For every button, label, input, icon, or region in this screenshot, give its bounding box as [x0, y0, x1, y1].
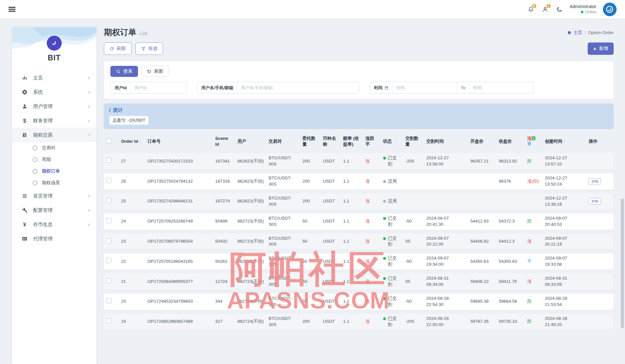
- status-dot-green: [383, 317, 386, 320]
- sidebar-item-label: 用户管理: [33, 103, 53, 110]
- sort-arrow-icon[interactable]: ↑: [563, 139, 566, 144]
- cell-side: 涨: [363, 193, 381, 210]
- row-checkbox[interactable]: [106, 278, 111, 283]
- sidebar-item-首页管理[interactable]: 首页管理‹: [12, 189, 96, 203]
- sidebar-item-主页[interactable]: 主页‹: [12, 71, 96, 85]
- cell-amount: 200: [300, 193, 321, 210]
- cell-settle_amount: -200: [403, 153, 424, 169]
- cell-order_id: 26: [119, 173, 145, 189]
- table-row: 22OP172570518804316550261862723(不控)BTC/U…: [104, 253, 614, 270]
- cell-user: 862724(不控): [235, 294, 266, 310]
- row-checkbox[interactable]: [106, 218, 111, 223]
- refresh-button[interactable]: 刷新: [104, 42, 131, 55]
- cell-coin: USDT: [320, 153, 341, 169]
- cell-coin: USDT: [320, 253, 341, 270]
- time-end-input[interactable]: [469, 82, 533, 93]
- breadcrumb-current: Option-Order: [588, 30, 614, 35]
- dark-mode-moon-icon[interactable]: [556, 6, 563, 13]
- cell-order_id: 19: [119, 314, 145, 330]
- search-button[interactable]: 搜索: [110, 66, 138, 77]
- column-header-action: 操作: [586, 134, 614, 149]
- breadcrumb-separator: /: [584, 30, 586, 35]
- cell-amount: 50: [300, 213, 321, 230]
- statistics-title: i 统计: [109, 107, 608, 113]
- cell-scene_id: 187341: [213, 153, 235, 169]
- cell-created_at: 2024-08-28 21:53:54: [543, 294, 587, 310]
- cell-rate: 1.1: [341, 193, 363, 210]
- cell-settle_amount: -50: [403, 294, 424, 310]
- scrollbar-thumb[interactable]: [621, 199, 624, 328]
- sidebar-subitem-期权场景[interactable]: 期权场景: [12, 177, 96, 189]
- column-header-open_price: 开盘价: [468, 134, 497, 149]
- sidebar-item-期权交易[interactable]: Ƀ期权交易‹: [12, 128, 96, 142]
- status-dot-green: [383, 217, 386, 220]
- chevron-left-icon: ‹: [88, 118, 90, 123]
- row-checkbox[interactable]: [106, 238, 111, 243]
- cell-close_price: 59735.33: [496, 314, 525, 330]
- cell-close_price: 54350.63: [496, 253, 525, 270]
- sidebar-item-代理管理[interactable]: 代理管理: [12, 232, 96, 246]
- time-start-input[interactable]: [393, 82, 457, 93]
- username-input[interactable]: [237, 82, 359, 93]
- sidebar-subitem-label: 周期: [42, 157, 51, 163]
- row-checkbox[interactable]: [106, 178, 111, 183]
- cell-settle_amount: [403, 173, 424, 189]
- breadcrumb-home-link[interactable]: 主页: [567, 30, 582, 36]
- select-all-checkbox[interactable]: [106, 138, 111, 143]
- cell-scene_id: 50432: [213, 234, 235, 250]
- cell-result: 跌: [525, 294, 543, 310]
- row-checkbox[interactable]: [106, 158, 111, 163]
- sidebar-item-系统[interactable]: 系统‹: [12, 85, 96, 99]
- cell-close_price: 54412.3: [496, 234, 525, 250]
- circle-icon: [33, 146, 37, 150]
- cell-checkbox: [104, 314, 119, 330]
- cell-status: 流局: [381, 193, 403, 210]
- cell-amount: 200: [300, 153, 321, 169]
- cell-rate: 1.1: [341, 253, 363, 270]
- add-button[interactable]: + 新增: [588, 42, 614, 55]
- hamburger-menu-icon[interactable]: [8, 6, 16, 13]
- cell-settle_amount: -200: [403, 314, 424, 330]
- sidebar-subitem-周期[interactable]: 周期: [12, 154, 96, 165]
- cell-result: 跌: [525, 153, 543, 169]
- cell-created_at: 2024-12-27 13:38:16: [543, 193, 587, 210]
- cell-action: [586, 153, 614, 169]
- column-header-rate: 赔率 (收益率): [341, 134, 363, 149]
- cell-settle_amount: -50: [403, 213, 424, 230]
- sidebar-item-配置管理[interactable]: 配置管理‹: [12, 203, 96, 217]
- sidebar-item-财务管理[interactable]: $财务管理‹: [12, 114, 96, 128]
- undo-refresh-icon: [147, 69, 152, 74]
- user-notification-icon[interactable]: 1: [541, 6, 549, 13]
- column-header-created_at[interactable]: 创建时间↑: [543, 134, 587, 149]
- sidebar-subitem-期权订单[interactable]: 期权订单: [12, 165, 96, 177]
- cell-settle_time: 2024-08-28 22:50:00: [424, 314, 468, 330]
- filter-button[interactable]: 筛选: [135, 42, 163, 55]
- cell-coin: USDT: [320, 314, 341, 330]
- user-id-input[interactable]: [131, 82, 186, 93]
- user-id-label: 用户Id: [111, 82, 131, 93]
- sidebar-item-用户管理[interactable]: 用户管理‹: [12, 99, 96, 114]
- cell-settle_amount: [403, 193, 424, 210]
- cell-close_price: 59664.58: [496, 294, 525, 310]
- row-checkbox[interactable]: [106, 298, 111, 303]
- search-refresh-button[interactable]: 刷新: [141, 66, 169, 77]
- row-checkbox[interactable]: [106, 318, 111, 323]
- sidebar-subitem-交易对[interactable]: 交易对: [12, 142, 96, 154]
- lines-icon: [21, 193, 28, 199]
- row-checkbox[interactable]: [106, 258, 111, 263]
- sort-arrow-icon[interactable]: ↑: [139, 139, 141, 144]
- row-checkbox[interactable]: [106, 198, 111, 203]
- user-id-field-group: 用户Id: [110, 82, 187, 94]
- circle-icon: [33, 169, 37, 174]
- avatar[interactable]: [603, 3, 617, 16]
- total-pnl-badge: 总盈亏: -10USDT: [109, 116, 149, 125]
- username-label: 用户名/手机/邮箱: [197, 82, 237, 93]
- control-button[interactable]: 控制: [589, 198, 601, 205]
- sidebar-item-存币生息[interactable]: ¥存币生息‹: [12, 217, 96, 232]
- bell-icon[interactable]: 5: [527, 6, 535, 13]
- column-header-order_id[interactable]: Order Id↑: [119, 134, 145, 149]
- control-button[interactable]: 控制: [589, 178, 601, 185]
- admin-info: Administrator Online: [570, 4, 596, 15]
- table-row: 27OP1735275430172333187341862823(不控)BTC/…: [104, 153, 614, 169]
- column-header-side: 涨跌平: [363, 134, 381, 149]
